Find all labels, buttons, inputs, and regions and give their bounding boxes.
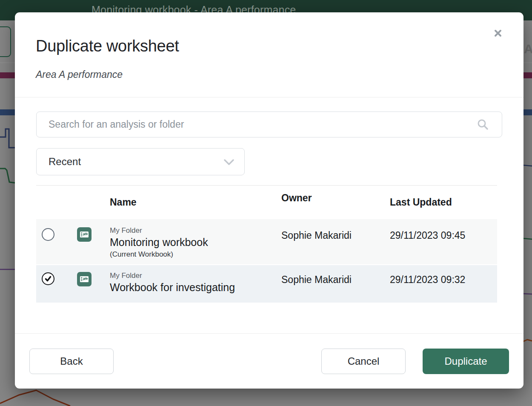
dropdown-selected-value: Recent: [37, 156, 81, 168]
screen: Monitoring workbook - Area A performance…: [0, 0, 532, 406]
chevron-down-icon: [224, 159, 234, 166]
row-folder: My Folder: [110, 271, 281, 280]
table-row[interactable]: My Folder Workbook for investigating Sop…: [36, 265, 497, 303]
table-header-row: Name Owner Last Updated: [36, 185, 497, 219]
dialog-title: Duplicate worksheet: [36, 37, 179, 55]
header-divider: [15, 97, 523, 97]
table-row[interactable]: My Folder Monitoring workbook (Current W…: [36, 219, 497, 264]
workbook-icon: [77, 227, 92, 242]
row-last-updated: 29/11/2023 09:32: [390, 265, 497, 303]
search-icon: [476, 118, 489, 131]
row-owner: Sophie Makaridi: [281, 219, 390, 264]
workbook-icon: [77, 272, 92, 286]
radio-selected[interactable]: [42, 272, 54, 285]
check-icon: [44, 274, 52, 283]
row-note: (Current Workbook): [110, 249, 281, 260]
search-input[interactable]: [36, 112, 502, 137]
close-icon: [494, 29, 502, 37]
column-header-name: Name: [110, 197, 281, 208]
column-header-last-updated: Last Updated: [390, 197, 497, 208]
cancel-button[interactable]: Cancel: [321, 349, 406, 374]
radio-unselected[interactable]: [42, 228, 54, 241]
footer-divider: [15, 333, 523, 334]
sort-filter-dropdown[interactable]: Recent: [36, 148, 245, 175]
row-folder: My Folder: [110, 226, 281, 235]
dialog-subtitle: Area A performance: [36, 69, 123, 80]
row-name: Monitoring workbook: [110, 235, 281, 249]
column-header-owner: Owner: [281, 192, 390, 204]
row-owner: Sophie Makaridi: [281, 265, 390, 303]
close-button[interactable]: [491, 26, 505, 40]
row-name: Workbook for investigating: [110, 280, 281, 294]
duplicate-worksheet-dialog: Duplicate worksheet Area A performance R…: [15, 12, 523, 389]
row-last-updated: 29/11/2023 09:45: [390, 219, 497, 264]
back-button[interactable]: Back: [29, 349, 114, 374]
duplicate-button[interactable]: Duplicate: [423, 349, 509, 374]
